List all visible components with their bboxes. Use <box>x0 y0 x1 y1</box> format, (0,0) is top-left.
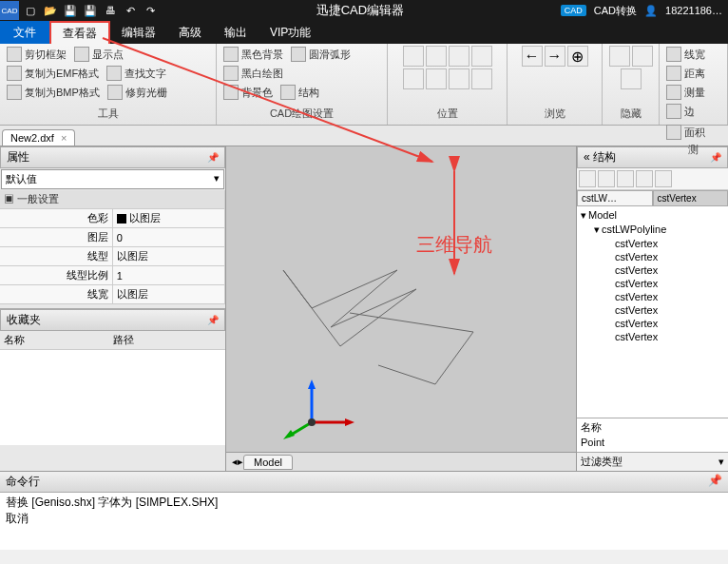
ribbon-area[interactable]: 面积 <box>663 124 708 141</box>
properties-panel: 属性 📌 默认值▾ ▣ 一般设置 色彩 以图层 图层0 线型以图层 线型比例1 … <box>0 146 226 471</box>
ribbon-cut-frame[interactable]: 剪切框架 <box>4 46 69 63</box>
tree-tab-1[interactable]: cstLW… <box>577 190 653 206</box>
browse-btn-1[interactable]: ← <box>522 46 543 67</box>
print-icon[interactable]: 🖶 <box>101 1 120 20</box>
command-output[interactable]: 替换 [Geniso.shx] 字体为 [SIMPLEX.SHX] 取消 <box>0 493 728 550</box>
ribbon-bw-draw[interactable]: 黑白绘图 <box>220 65 286 82</box>
position-btn-6[interactable] <box>426 68 447 89</box>
pin-icon[interactable]: 📌 <box>207 315 219 325</box>
struct-tb-2[interactable] <box>598 170 615 187</box>
fav-col-name: 名称 <box>4 333 113 347</box>
tab-viewer[interactable]: 查看器 <box>49 21 110 44</box>
ribbon-show-point[interactable]: 显示点 <box>71 46 126 63</box>
structure-tree[interactable]: ▾Model ▾cstLWPolyline cstVertexcstVertex… <box>577 206 728 418</box>
ribbon-edge[interactable]: 边 <box>663 103 698 120</box>
tab-output[interactable]: 输出 <box>213 21 259 44</box>
pin-icon[interactable]: 📌 <box>708 474 722 490</box>
tree-tab-2[interactable]: cstVertex <box>653 190 729 206</box>
ribbon-copy-bmp[interactable]: 复制为BMP格式 <box>4 84 103 101</box>
linewidth-icon <box>666 47 681 62</box>
position-btn-4[interactable] <box>471 46 492 67</box>
prop-section-header[interactable]: ▣ 一般设置 <box>0 190 225 209</box>
property-table: ▣ 一般设置 色彩 以图层 图层0 线型以图层 线型比例1 线宽以图层 <box>0 190 225 304</box>
cad-convert-link[interactable]: CAD转换 <box>594 4 637 18</box>
browse-btn-2[interactable]: → <box>545 46 565 67</box>
undo-icon[interactable]: ↶ <box>121 1 140 20</box>
tree-leaf[interactable]: cstVertex <box>579 317 726 330</box>
struct-tb-3[interactable] <box>617 170 634 187</box>
bgcolor-icon <box>223 85 239 100</box>
ribbon-linewidth[interactable]: 线宽 <box>663 46 708 63</box>
ribbon-smooth-arc[interactable]: 圆滑弧形 <box>288 46 354 63</box>
hide-btn-3[interactable] <box>621 68 642 89</box>
ribbon-distance[interactable]: 距离 <box>663 65 708 82</box>
struct-tb-4[interactable] <box>636 170 653 187</box>
app-logo: CAD <box>0 1 19 20</box>
ribbon-trim-raster[interactable]: 修剪光栅 <box>105 84 170 101</box>
default-combo[interactable]: 默认值▾ <box>1 169 224 189</box>
browse-btn-3[interactable]: ⊕ <box>567 46 588 67</box>
favorites-list[interactable] <box>0 350 225 445</box>
pin-icon[interactable]: 📌 <box>207 152 219 163</box>
hide-btn-2[interactable] <box>632 46 653 67</box>
scissors-icon <box>7 47 22 62</box>
save-icon[interactable]: 💾 <box>61 1 80 20</box>
search-icon <box>106 66 122 81</box>
tree-leaf[interactable]: cstVertex <box>579 303 726 317</box>
document-tab-label: New2.dxf <box>10 132 54 144</box>
position-btn-7[interactable] <box>449 68 469 89</box>
document-tab[interactable]: New2.dxf × <box>2 129 75 146</box>
ribbon-bg-color[interactable]: 背景色 <box>220 84 276 101</box>
bw-icon <box>223 66 239 81</box>
tree-leaf[interactable]: cstVertex <box>579 277 726 290</box>
ribbon-measure[interactable]: 测量 <box>663 84 708 101</box>
tab-editor[interactable]: 编辑器 <box>110 21 167 44</box>
app-title: 迅捷CAD编辑器 <box>160 2 561 19</box>
ribbon-group-tool-label: 工具 <box>4 105 212 123</box>
ribbon-copy-emf[interactable]: 复制为EMF格式 <box>4 65 102 82</box>
tree-leaf[interactable]: cstVertex <box>579 250 726 263</box>
ribbon-black-bg[interactable]: 黑色背景 <box>220 46 286 63</box>
cmdline-title: 命令行 <box>6 474 40 490</box>
hide-btn-1[interactable] <box>609 46 630 67</box>
tree-leaf[interactable]: cstVertex <box>579 330 726 343</box>
structure-panel: « 结构 📌 cstLW… cstVertex ▾Model ▾cstLWPol… <box>576 146 728 471</box>
structure-title: 结构 <box>593 150 616 164</box>
position-btn-3[interactable] <box>449 46 469 67</box>
fav-col-path: 路径 <box>113 333 222 347</box>
menubar: 文件 查看器 编辑器 高级 输出 VIP功能 <box>0 21 728 44</box>
table-row: 图层0 <box>0 228 225 247</box>
struct-tb-5[interactable] <box>655 170 672 187</box>
redo-icon[interactable]: ↷ <box>141 1 160 20</box>
drawing-canvas[interactable]: 三维导航 ◂ ▸ Model <box>226 146 576 471</box>
table-row: 线型以图层 <box>0 247 225 266</box>
position-btn-2[interactable] <box>426 46 447 67</box>
table-row: 线宽以图层 <box>0 285 225 304</box>
position-btn-8[interactable] <box>471 68 492 89</box>
struct-tb-1[interactable] <box>579 170 596 187</box>
ribbon-find-text[interactable]: 查找文字 <box>104 65 169 82</box>
tab-advanced[interactable]: 高级 <box>167 21 213 44</box>
model-tab[interactable]: Model <box>243 455 293 470</box>
svg-marker-3 <box>308 379 316 389</box>
ribbon-group-position-label: 位置 <box>392 105 503 123</box>
position-btn-1[interactable] <box>403 46 424 67</box>
tree-leaf[interactable]: cstVertex <box>579 263 726 277</box>
command-line-panel: 命令行 📌 替换 [Geniso.shx] 字体为 [SIMPLEX.SHX] … <box>0 471 728 550</box>
user-label[interactable]: 18221186… <box>665 5 722 16</box>
position-btn-5[interactable] <box>403 68 424 89</box>
tree-leaf[interactable]: cstVertex <box>579 290 726 303</box>
ribbon-structure[interactable]: 结构 <box>278 84 322 101</box>
tree-leaf[interactable]: cstVertex <box>579 237 726 250</box>
new-icon[interactable]: ▢ <box>21 1 40 20</box>
ribbon-group-hide-label: 隐藏 <box>606 105 655 123</box>
user-icon: 👤 <box>644 5 658 17</box>
edge-icon <box>666 104 681 119</box>
close-icon[interactable]: × <box>61 132 67 144</box>
saveas-icon[interactable]: 💾 <box>81 1 100 20</box>
file-menu[interactable]: 文件 <box>0 21 49 44</box>
open-icon[interactable]: 📂 <box>41 1 60 20</box>
tab-vip[interactable]: VIP功能 <box>259 21 322 44</box>
tree-node-model: ▾Model <box>579 208 726 223</box>
chevron-down-icon[interactable]: ▾ <box>718 456 724 468</box>
